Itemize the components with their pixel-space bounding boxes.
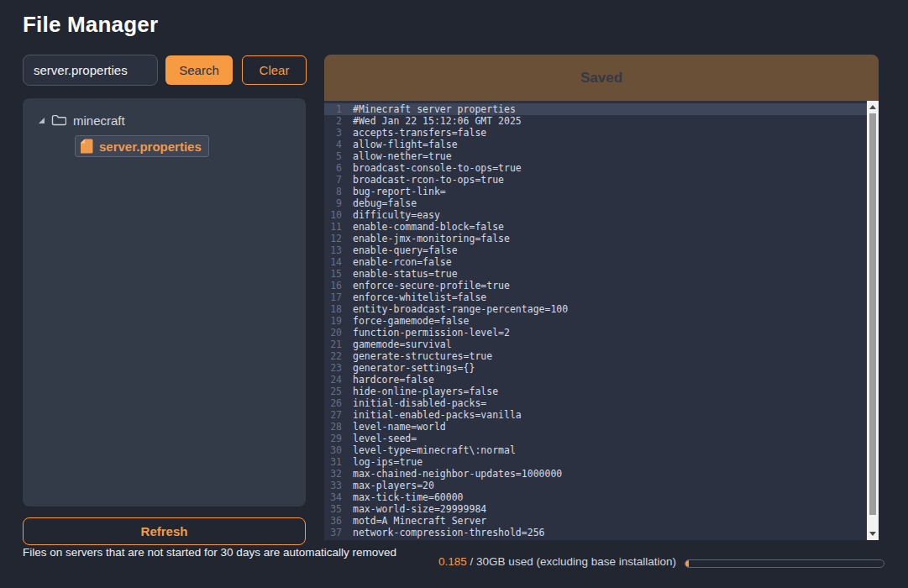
code-text[interactable]: max-world-size=29999984 xyxy=(353,503,486,515)
save-status-button[interactable]: Saved xyxy=(324,55,879,101)
scrollbar-thumb[interactable] xyxy=(869,113,876,515)
code-line[interactable]: 37network-compression-threshold=256 xyxy=(324,527,879,538)
code-text[interactable]: #Wed Jan 22 15:12:06 GMT 2025 xyxy=(353,115,522,127)
code-line[interactable]: 9debug=false xyxy=(324,197,879,209)
code-line[interactable]: 26initial-disabled-packs= xyxy=(324,397,879,409)
code-line[interactable]: 36motd=A Minecraft Server xyxy=(324,515,879,527)
code-line[interactable]: 27initial-enabled-packs=vanilla xyxy=(324,409,879,421)
code-line[interactable]: 14enable-rcon=false xyxy=(324,256,879,268)
line-number: 8 xyxy=(324,186,353,197)
code-text[interactable]: log-ips=true xyxy=(353,456,423,468)
line-number: 21 xyxy=(324,339,353,350)
code-text[interactable]: allow-flight=false xyxy=(353,139,458,150)
code-line[interactable]: 4allow-flight=false xyxy=(324,139,879,150)
code-line[interactable]: 17enforce-whitelist=false xyxy=(324,291,879,303)
code-text[interactable]: enable-command-block=false xyxy=(353,221,504,233)
code-text[interactable]: accepts-transfers=false xyxy=(353,127,486,139)
code-line[interactable]: 28level-name=world xyxy=(324,421,879,433)
line-number: 20 xyxy=(324,327,353,339)
code-line[interactable]: 25hide-online-players=false xyxy=(324,386,879,397)
code-text[interactable]: level-seed= xyxy=(353,433,417,444)
line-number: 29 xyxy=(324,433,353,444)
code-line[interactable]: 31log-ips=true xyxy=(324,456,879,468)
code-line[interactable]: 30level-type=minecraft\:normal xyxy=(324,444,879,456)
code-line[interactable]: 19force-gamemode=false xyxy=(324,315,879,327)
code-line[interactable]: 11enable-command-block=false xyxy=(324,221,879,233)
code-text[interactable]: generator-settings={} xyxy=(353,362,475,374)
line-number: 7 xyxy=(324,174,353,186)
code-text[interactable]: max-chained-neighbor-updates=1000000 xyxy=(353,468,562,480)
code-text[interactable]: enable-jmx-monitoring=false xyxy=(353,233,510,244)
line-number: 14 xyxy=(324,256,353,268)
code-text[interactable]: function-permission-level=2 xyxy=(353,327,510,339)
code-line[interactable]: 35max-world-size=29999984 xyxy=(324,503,879,515)
line-number: 27 xyxy=(324,409,353,421)
code-text[interactable]: debug=false xyxy=(353,197,417,209)
code-line[interactable]: 13enable-query=false xyxy=(324,244,879,256)
scroll-up-icon[interactable] xyxy=(869,105,876,109)
code-text[interactable]: generate-structures=true xyxy=(353,350,492,362)
code-text[interactable]: network-compression-threshold=256 xyxy=(353,527,544,538)
tree-folder-minecraft[interactable]: minecraft xyxy=(31,110,297,130)
code-line[interactable]: 6broadcast-console-to-ops=true xyxy=(324,162,879,174)
code-text[interactable]: max-tick-time=60000 xyxy=(353,491,464,503)
search-input[interactable] xyxy=(23,55,158,86)
code-line[interactable]: 18entity-broadcast-range-percentage=100 xyxy=(324,303,879,315)
code-text[interactable]: enable-query=false xyxy=(353,244,458,256)
code-line[interactable]: 1#Minecraft server properties xyxy=(324,103,879,115)
code-text[interactable]: hardcore=false xyxy=(353,374,434,386)
code-text[interactable]: enable-status=true xyxy=(353,268,458,280)
refresh-button[interactable]: Refresh xyxy=(23,517,306,545)
code-text[interactable]: enable-rcon=false xyxy=(353,256,452,268)
code-editor[interactable]: 1#Minecraft server properties2#Wed Jan 2… xyxy=(324,101,879,540)
code-line[interactable]: 15enable-status=true xyxy=(324,268,879,280)
code-line[interactable]: 5allow-nether=true xyxy=(324,150,879,162)
tree-file-server-properties[interactable]: server.properties xyxy=(75,135,209,157)
search-button[interactable]: Search xyxy=(165,55,233,85)
code-line[interactable]: 2#Wed Jan 22 15:12:06 GMT 2025 xyxy=(324,115,879,127)
code-line[interactable]: 8bug-report-link= xyxy=(324,186,879,197)
code-line[interactable]: 16enforce-secure-profile=true xyxy=(324,280,879,291)
code-text[interactable]: allow-nether=true xyxy=(353,150,452,162)
code-line[interactable]: 29level-seed= xyxy=(324,433,879,444)
code-text[interactable]: #Minecraft server properties xyxy=(353,103,516,115)
code-text[interactable]: entity-broadcast-range-percentage=100 xyxy=(353,303,568,315)
tree-folder-label: minecraft xyxy=(73,113,125,128)
code-line[interactable]: 3accepts-transfers=false xyxy=(324,127,879,139)
code-line[interactable]: 21gamemode=survival xyxy=(324,339,879,350)
editor-scrollbar[interactable] xyxy=(867,101,879,540)
code-text[interactable]: enforce-secure-profile=true xyxy=(353,280,510,291)
code-line[interactable]: 33max-players=20 xyxy=(324,480,879,491)
code-line[interactable]: 34max-tick-time=60000 xyxy=(324,491,879,503)
code-text[interactable]: hide-online-players=false xyxy=(353,386,498,397)
code-text[interactable]: difficulty=easy xyxy=(353,209,440,221)
line-number: 37 xyxy=(324,527,353,538)
code-text[interactable]: level-type=minecraft\:normal xyxy=(353,444,516,456)
code-text[interactable]: broadcast-console-to-ops=true xyxy=(353,162,522,174)
code-text[interactable]: gamemode=survival xyxy=(353,339,452,350)
line-number: 13 xyxy=(324,244,353,256)
code-line[interactable]: 10difficulty=easy xyxy=(324,209,879,221)
tree-expander-icon[interactable] xyxy=(39,118,45,123)
code-text[interactable]: max-players=20 xyxy=(353,480,434,491)
code-text[interactable]: broadcast-rcon-to-ops=true xyxy=(353,174,504,186)
code-text[interactable]: enforce-whitelist=false xyxy=(353,291,486,303)
clear-button[interactable]: Clear xyxy=(242,55,307,85)
scroll-down-icon[interactable] xyxy=(869,532,876,536)
code-text[interactable]: force-gamemode=false xyxy=(353,315,469,327)
code-line[interactable]: 12enable-jmx-monitoring=false xyxy=(324,233,879,244)
code-line[interactable]: 20function-permission-level=2 xyxy=(324,327,879,339)
code-line[interactable]: 32max-chained-neighbor-updates=1000000 xyxy=(324,468,879,480)
code-text[interactable]: motd=A Minecraft Server xyxy=(353,515,486,527)
code-text[interactable]: level-name=world xyxy=(353,421,446,433)
code-line[interactable]: 24hardcore=false xyxy=(324,374,879,386)
tree-file-label: server.properties xyxy=(99,139,202,154)
code-text[interactable]: bug-report-link= xyxy=(353,186,446,197)
code-text[interactable]: initial-disabled-packs= xyxy=(353,397,486,409)
file-icon xyxy=(81,139,93,154)
code-text[interactable]: initial-enabled-packs=vanilla xyxy=(353,409,522,421)
line-number: 23 xyxy=(324,362,353,374)
code-line[interactable]: 23generator-settings={} xyxy=(324,362,879,374)
code-line[interactable]: 22generate-structures=true xyxy=(324,350,879,362)
code-line[interactable]: 7broadcast-rcon-to-ops=true xyxy=(324,174,879,186)
